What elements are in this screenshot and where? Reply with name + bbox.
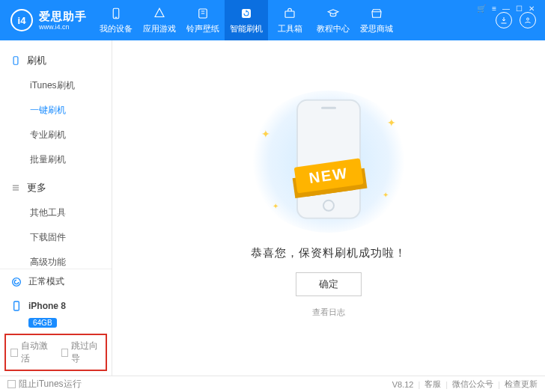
maximize-button[interactable]: ☐	[516, 4, 523, 13]
device-name: iPhone 8	[28, 301, 66, 311]
check-update-link[interactable]: 检查更新	[505, 379, 538, 390]
logo-text: 爱思助手 www.i4.cn	[39, 10, 87, 31]
checkbox-skip-wizard[interactable]: 跳过向导	[61, 340, 102, 365]
success-message: 恭喜您，保资料刷机成功啦！	[251, 246, 407, 260]
sidebar-group-more[interactable]: 更多	[0, 178, 112, 200]
ok-button[interactable]: 确定	[296, 272, 362, 296]
device-mode-label: 正常模式	[28, 275, 64, 288]
menu-lines-icon	[10, 183, 21, 193]
statusbar-left: 阻止iTunes运行	[7, 378, 82, 391]
success-illustration: ✦ ✦ ✦ ✦ NEW	[246, 91, 411, 233]
sidebar-item-advanced[interactable]: 高级功能	[0, 250, 112, 269]
checkbox-label: 自动激活	[21, 340, 51, 365]
nav-label: 工具箱	[278, 23, 302, 34]
sidebar-group-title: 刷机	[27, 54, 46, 67]
sparkle-icon: ✦	[261, 128, 270, 140]
main-panel: ✦ ✦ ✦ ✦ NEW 恭喜您，保资料刷机成功啦！ 确定 查看日志	[112, 40, 545, 376]
store-icon	[370, 7, 383, 20]
separator: |	[445, 380, 448, 389]
app-name-cn: 爱思助手	[39, 10, 87, 23]
titlebar: i4 爱思助手 www.i4.cn 我的设备 应用游戏 铃声壁纸 智能刷机 工具…	[0, 0, 545, 40]
svg-rect-11	[14, 301, 19, 310]
separator: |	[498, 380, 500, 389]
sidebar: 刷机 iTunes刷机 一键刷机 专业刷机 批量刷机 更多 其他工具 下载固件 …	[0, 40, 112, 376]
svg-rect-6	[13, 57, 18, 65]
cart-icon[interactable]: 🛒	[477, 4, 486, 13]
svg-point-10	[13, 278, 21, 286]
sidebar-item-itunes-flash[interactable]: iTunes刷机	[0, 73, 112, 98]
wechat-link[interactable]: 微信公众号	[452, 379, 493, 390]
checkbox-box-icon	[61, 349, 69, 357]
logo-icon: i4	[10, 9, 33, 31]
device-mode-row[interactable]: 正常模式	[0, 269, 112, 294]
device-row[interactable]: iPhone 8 64GB	[0, 294, 112, 331]
sparkle-icon: ✦	[272, 202, 278, 210]
post-flash-options: 自动激活 跳过向导	[4, 334, 107, 371]
nav-tutorials[interactable]: 教程中心	[311, 0, 355, 40]
nav-my-device[interactable]: 我的设备	[94, 0, 138, 40]
nav-label: 智能刷机	[230, 23, 263, 34]
nav-label: 教程中心	[317, 23, 350, 34]
sidebar-item-batch-flash[interactable]: 批量刷机	[0, 147, 112, 172]
nav-toolbox[interactable]: 工具箱	[268, 0, 311, 40]
nav-label: 应用游戏	[143, 23, 176, 34]
sidebar-item-download-firmware[interactable]: 下载固件	[0, 225, 112, 250]
nav-store[interactable]: 爱思商城	[355, 0, 398, 40]
phone-icon	[109, 7, 123, 20]
sidebar-item-pro-flash[interactable]: 专业刷机	[0, 123, 112, 147]
sidebar-group-flash[interactable]: 刷机	[0, 51, 112, 73]
nav-label: 我的设备	[100, 23, 133, 34]
toolbox-icon	[283, 7, 296, 20]
checkbox-block-itunes[interactable]: 阻止iTunes运行	[7, 378, 82, 391]
body: 刷机 iTunes刷机 一键刷机 专业刷机 批量刷机 更多 其他工具 下载固件 …	[0, 40, 545, 376]
svg-point-5	[527, 18, 529, 20]
nav-smart-flash[interactable]: 智能刷机	[225, 0, 268, 40]
user-button[interactable]	[520, 12, 536, 28]
top-nav: 我的设备 应用游戏 铃声壁纸 智能刷机 工具箱 教程中心 爱思商城	[94, 0, 487, 40]
minimize-button[interactable]: —	[502, 4, 510, 13]
app-name-en: www.i4.cn	[39, 23, 87, 31]
sidebar-scroll: 刷机 iTunes刷机 一键刷机 专业刷机 批量刷机 更多 其他工具 下载固件 …	[0, 40, 112, 269]
separator: |	[418, 380, 420, 389]
sparkle-icon: ✦	[387, 117, 396, 129]
device-storage-badge: 64GB	[28, 318, 57, 328]
device-phone-icon	[10, 300, 22, 312]
window-controls: 🛒 ≡ — ☐ ✕	[477, 0, 541, 13]
nav-label: 爱思商城	[360, 23, 393, 34]
nav-label: 铃声壁纸	[186, 23, 219, 34]
nav-apps-games[interactable]: 应用游戏	[138, 0, 181, 40]
sidebar-item-other-tools[interactable]: 其他工具	[0, 200, 112, 225]
app-logo: i4 爱思助手 www.i4.cn	[0, 0, 94, 40]
statusbar-right: V8.12 | 客服 | 微信公众号 | 检查更新	[392, 379, 538, 390]
download-button[interactable]	[496, 12, 512, 28]
sidebar-group-title: 更多	[27, 181, 46, 195]
appstore-icon	[153, 7, 166, 20]
mode-normal-icon	[10, 276, 22, 288]
svg-rect-4	[285, 11, 294, 17]
view-log-link[interactable]: 查看日志	[312, 307, 345, 318]
menu-icon[interactable]: ≡	[492, 4, 496, 13]
checkbox-auto-activate[interactable]: 自动激活	[10, 340, 51, 365]
support-link[interactable]: 客服	[424, 379, 441, 390]
sparkle-icon: ✦	[383, 191, 389, 199]
checkbox-label: 阻止iTunes运行	[19, 378, 82, 391]
nav-ringtones[interactable]: 铃声壁纸	[181, 0, 225, 40]
version-label: V8.12	[392, 380, 414, 389]
checkbox-label: 跳过向导	[71, 340, 101, 365]
checkbox-box-icon	[7, 380, 16, 388]
graduation-icon	[326, 7, 340, 20]
statusbar: 阻止iTunes运行 V8.12 | 客服 | 微信公众号 | 检查更新	[0, 376, 545, 392]
phone-outline-icon	[10, 55, 21, 66]
sidebar-bottom: 正常模式 iPhone 8 64GB 自动激活 跳过向导	[0, 269, 112, 376]
music-icon	[196, 7, 210, 20]
refresh-icon	[240, 7, 253, 20]
close-button[interactable]: ✕	[529, 4, 535, 13]
checkbox-box-icon	[10, 349, 18, 357]
sidebar-item-oneclick-flash[interactable]: 一键刷机	[0, 98, 112, 123]
